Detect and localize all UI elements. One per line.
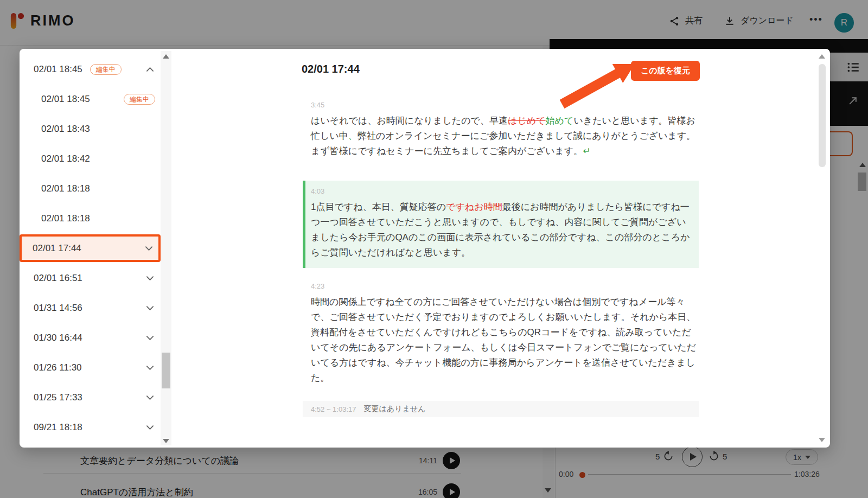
version-item[interactable]: 02/01 18:42 <box>21 144 159 174</box>
version-label: 02/01 18:18 <box>41 213 90 224</box>
version-item[interactable]: 02/01 18:43 <box>21 114 159 144</box>
diff-block: 3:45はいそれでは、お時間になりましたので、早速はじめて始めていきたいと思いま… <box>303 101 699 159</box>
segment-add: 始めて <box>546 116 574 126</box>
chevron-down-icon[interactable] <box>146 305 154 311</box>
diff-block: 4:23時間の関係上ですね全ての方にご回答させていただけない場合は個別でですねメ… <box>303 282 699 386</box>
no-change-label: 変更はありません <box>364 404 426 414</box>
segment-normal: 時間の関係上ですね全ての方にご回答させていただけない場合は個別でですねメール等々… <box>311 297 696 383</box>
version-item[interactable]: 01/31 14:56 <box>21 293 159 323</box>
sidebar-scrollbar-thumb[interactable] <box>162 353 170 388</box>
version-label: 02/01 18:42 <box>41 154 90 164</box>
scroll-up-icon[interactable] <box>163 54 169 59</box>
chevron-down-icon[interactable] <box>145 246 153 251</box>
version-list: 02/01 18:45編集中02/01 18:45編集中02/01 18:430… <box>20 54 161 442</box>
segment-add: 、 <box>348 131 358 141</box>
version-label: 02/01 17:44 <box>33 243 81 254</box>
diff-blocks: 3:45はいそれでは、お時間になりましたので、早速はじめて始めていきたいと思いま… <box>303 101 699 417</box>
block-timestamp: 3:45 <box>311 101 699 109</box>
version-item[interactable]: 02/01 18:45編集中 <box>21 54 159 84</box>
editing-badge: 編集中 <box>124 94 155 105</box>
segment-normal: 1点目ですね、本日、質疑応答の <box>311 202 446 212</box>
version-history-modal: 02/01 18:45編集中02/01 18:45編集中02/01 18:430… <box>20 49 830 448</box>
scroll-down-icon[interactable] <box>163 439 169 443</box>
version-item[interactable]: 02/01 18:18 <box>21 174 159 203</box>
version-detail-panel: 02/01 17:44 この版を復元 3:45はいそれでは、お時間になりましたの… <box>173 49 830 448</box>
diff-block-added: 4:031点目ですね、本日、質疑応答のですねお時間最後にお時間がありましたら皆様… <box>303 181 699 268</box>
chevron-down-icon[interactable] <box>146 276 154 281</box>
version-label: 02/01 18:45 <box>34 64 82 75</box>
version-label: 01/30 16:44 <box>34 333 82 343</box>
segment-del: ですねお時間 <box>446 202 502 212</box>
version-item[interactable]: 01/30 16:44 <box>21 323 159 353</box>
block-text: はいそれでは、お時間になりましたので、早速はじめて始めていきたいと思います。皆様… <box>311 113 699 159</box>
chevron-down-icon[interactable] <box>146 365 154 371</box>
version-sidebar: 02/01 18:45編集中02/01 18:45編集中02/01 18:430… <box>20 49 173 448</box>
version-label: 09/21 18:18 <box>34 422 82 433</box>
version-item[interactable]: 02/01 17:44 <box>20 234 161 262</box>
restore-version-button[interactable]: この版を復元 <box>631 61 700 81</box>
version-label: 02/01 18:45 <box>41 94 90 105</box>
version-item[interactable]: 09/21 18:18 <box>21 412 159 442</box>
annotation-arrow <box>558 54 639 110</box>
version-label: 01/25 17:33 <box>34 392 82 403</box>
block-text: 1点目ですね、本日、質疑応答のですねお時間最後にお時間がありましたら皆様にですね… <box>311 200 690 260</box>
chevron-down-icon[interactable] <box>146 425 154 430</box>
version-item[interactable]: 01/25 17:33 <box>21 382 159 412</box>
block-text: 時間の関係上ですね全ての方にご回答させていただけない場合は個別でですねメール等々… <box>311 295 699 386</box>
version-item[interactable]: 02/01 16:51 <box>21 263 159 293</box>
segment-del: はじめて <box>508 116 546 126</box>
version-item[interactable]: 01/26 11:30 <box>21 353 159 382</box>
version-label: 02/01 18:18 <box>41 183 90 194</box>
editing-badge: 編集中 <box>90 64 122 75</box>
segment-add: ↵ <box>583 146 590 156</box>
version-label: 01/26 11:30 <box>34 362 82 373</box>
block-timestamp: 4:23 <box>311 282 699 290</box>
version-label: 02/01 18:43 <box>41 124 90 135</box>
time-range: 4:52 ~ 1:03:17 <box>311 405 356 413</box>
version-title: 02/01 17:44 <box>302 63 360 75</box>
chevron-down-icon[interactable] <box>146 335 154 341</box>
version-item[interactable]: 02/01 18:45編集中 <box>21 84 159 114</box>
version-item[interactable]: 02/01 18:18 <box>21 203 159 233</box>
main-scrollbar-thumb[interactable] <box>819 64 826 167</box>
block-timestamp: 4:03 <box>311 187 690 195</box>
segment-normal: はいそれでは、お時間になりましたので、早速 <box>311 116 508 126</box>
version-label: 02/01 16:51 <box>34 273 82 284</box>
version-label: 01/31 14:56 <box>34 303 82 314</box>
scroll-up-icon[interactable] <box>819 54 825 59</box>
no-change-row: 4:52 ~ 1:03:17変更はありません <box>303 401 699 417</box>
chevron-down-icon[interactable] <box>146 395 154 400</box>
scroll-down-icon[interactable] <box>819 438 825 442</box>
segment-normal: 弊社のオンラインセミナーにご参加いただきまして誠にありがとうございます。まず皆様… <box>311 131 695 156</box>
chevron-up-icon[interactable] <box>146 67 154 72</box>
